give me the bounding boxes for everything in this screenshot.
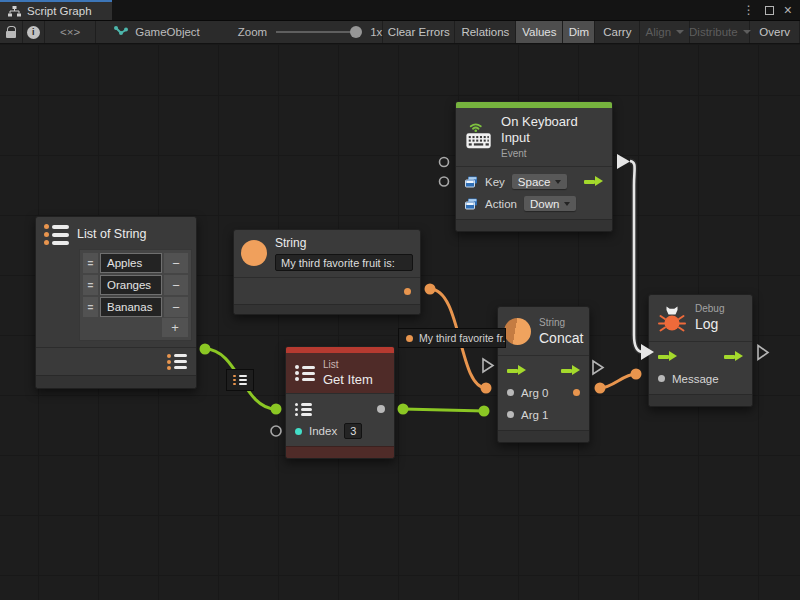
close-icon[interactable]: × bbox=[784, 3, 792, 17]
carry-toggle[interactable]: Carry bbox=[595, 21, 640, 43]
string-output-row bbox=[234, 282, 420, 300]
concat-icon bbox=[504, 318, 531, 345]
flow-input-arrow[interactable] bbox=[658, 351, 677, 362]
values-toggle[interactable]: Values bbox=[516, 21, 563, 43]
zoom-label: Zoom bbox=[238, 26, 267, 38]
node-concat[interactable]: String Concat Arg 0 Arg 1 bbox=[497, 306, 590, 443]
wire-endpoint[interactable] bbox=[481, 383, 492, 394]
message-row: Message bbox=[649, 368, 752, 390]
overview-button[interactable]: Overv bbox=[750, 21, 800, 43]
tab-script-graph[interactable]: Script Graph bbox=[0, 0, 112, 20]
node-on-keyboard-input[interactable]: On Keyboard Input Event Key Space bbox=[455, 101, 613, 232]
item-output-port[interactable] bbox=[377, 405, 385, 413]
wire-endpoint[interactable] bbox=[398, 404, 409, 415]
zoom-slider[interactable] bbox=[276, 31, 356, 33]
message-input-port[interactable] bbox=[658, 375, 665, 382]
remove-item-button[interactable]: − bbox=[164, 275, 188, 295]
drag-handle-icon[interactable]: = bbox=[83, 275, 98, 295]
action-loose-port[interactable] bbox=[440, 177, 449, 186]
node-subtitle: Event bbox=[501, 147, 603, 160]
log-flow-out-triangle[interactable] bbox=[758, 346, 768, 360]
flow-input-arrow[interactable] bbox=[507, 365, 526, 376]
node-footer bbox=[234, 304, 420, 314]
wire-endpoint[interactable] bbox=[479, 406, 490, 417]
node-footer bbox=[36, 375, 196, 388]
node-list-of-string[interactable]: List of String = Apples − = Oranges − = … bbox=[35, 216, 197, 389]
maximize-icon[interactable] bbox=[765, 6, 774, 15]
dim-toggle[interactable]: Dim bbox=[563, 21, 595, 43]
list-add-row: + bbox=[83, 318, 188, 337]
edit-script-button[interactable]: <×> bbox=[45, 21, 96, 43]
drag-handle-icon[interactable]: = bbox=[83, 297, 98, 317]
index-value-field[interactable]: 3 bbox=[344, 423, 362, 439]
arg0-label: Arg 0 bbox=[521, 387, 549, 399]
arg0-row: Arg 0 bbox=[498, 382, 589, 404]
bug-icon bbox=[657, 304, 687, 332]
inspect-button[interactable]: i bbox=[23, 21, 46, 43]
zoom-value: 1x bbox=[370, 26, 382, 38]
keyboard-icon bbox=[465, 123, 493, 150]
node-title: Log bbox=[695, 316, 724, 334]
lock-button[interactable] bbox=[0, 21, 23, 43]
list-item-field[interactable]: Bananas bbox=[100, 297, 162, 317]
caret-down-icon bbox=[676, 30, 684, 34]
flow-wire[interactable] bbox=[630, 161, 643, 352]
node-body: Arg 0 Arg 1 bbox=[498, 355, 589, 430]
index-loose-port[interactable] bbox=[271, 426, 281, 436]
list-item-row: = Apples − bbox=[83, 253, 188, 273]
node-string-literal[interactable]: String My third favorite fruit is: bbox=[233, 229, 421, 315]
key-dropdown[interactable]: Space bbox=[512, 174, 568, 189]
flow-output-arrow[interactable] bbox=[724, 351, 743, 362]
zoom-section: GameObject Zoom 1x bbox=[96, 21, 383, 43]
node-get-item[interactable]: List Get Item Index 3 bbox=[285, 346, 395, 459]
graph-canvas[interactable]: On Keyboard Input Event Key Space bbox=[0, 45, 800, 600]
arg1-input-port[interactable] bbox=[507, 411, 514, 418]
node-subtitle: List bbox=[323, 358, 373, 371]
list-input-row bbox=[286, 398, 394, 420]
list-item-field[interactable]: Oranges bbox=[100, 275, 162, 295]
distribute-dropdown[interactable]: Distribute bbox=[690, 21, 750, 43]
list-input-icon[interactable] bbox=[295, 403, 312, 416]
concat-flow-in-triangle[interactable] bbox=[483, 359, 493, 372]
key-loose-port[interactable] bbox=[440, 158, 449, 167]
result-wire[interactable] bbox=[600, 374, 636, 388]
align-label: Align bbox=[646, 26, 672, 38]
clear-errors-button[interactable]: Clear Errors bbox=[383, 21, 455, 43]
action-label: Action bbox=[485, 198, 517, 210]
gameobject-icon bbox=[114, 26, 128, 39]
flow-output-arrow[interactable] bbox=[584, 176, 603, 187]
list-item-field[interactable]: Apples bbox=[100, 253, 162, 273]
node-debug-log[interactable]: Debug Log Message bbox=[648, 294, 753, 407]
list-output-icon[interactable] bbox=[167, 354, 187, 370]
flow-output-arrow[interactable] bbox=[561, 365, 580, 376]
remove-item-button[interactable]: − bbox=[164, 253, 188, 273]
index-input-port[interactable] bbox=[295, 428, 302, 435]
node-header: String My third favorite fruit is: bbox=[234, 230, 420, 277]
relations-button[interactable]: Relations bbox=[455, 21, 516, 43]
wire-endpoint[interactable] bbox=[425, 284, 436, 295]
node-header: List Get Item bbox=[286, 353, 394, 393]
string-output-port[interactable] bbox=[404, 288, 411, 295]
list-output-row bbox=[36, 348, 196, 375]
string-value-field[interactable]: My third favorite fruit is: bbox=[275, 254, 413, 271]
node-body: Message bbox=[649, 341, 752, 394]
concat-flow-out-triangle[interactable] bbox=[593, 361, 603, 374]
node-body bbox=[36, 347, 196, 375]
unity-visual-scripting-window: Script Graph ⋮ × i <×> GameObject Zoom 1… bbox=[0, 0, 800, 600]
drag-handle-icon[interactable]: = bbox=[83, 253, 98, 273]
zoom-slider-knob[interactable] bbox=[350, 26, 362, 38]
wire-endpoint[interactable] bbox=[595, 383, 606, 394]
wire-endpoint[interactable] bbox=[271, 404, 282, 415]
result-output-port[interactable] bbox=[573, 389, 580, 396]
wire-endpoint[interactable] bbox=[200, 344, 211, 355]
item-wire[interactable] bbox=[403, 409, 484, 411]
arg0-input-port[interactable] bbox=[507, 389, 514, 396]
align-dropdown[interactable]: Align bbox=[640, 21, 690, 43]
flow-wire-start-triangle[interactable] bbox=[617, 154, 630, 169]
add-item-button[interactable]: + bbox=[162, 318, 188, 337]
menu-icon[interactable]: ⋮ bbox=[743, 4, 755, 16]
remove-item-button[interactable]: − bbox=[164, 297, 188, 317]
wire-endpoint[interactable] bbox=[631, 369, 642, 380]
action-dropdown[interactable]: Down bbox=[524, 196, 576, 211]
flow-row bbox=[649, 346, 752, 368]
